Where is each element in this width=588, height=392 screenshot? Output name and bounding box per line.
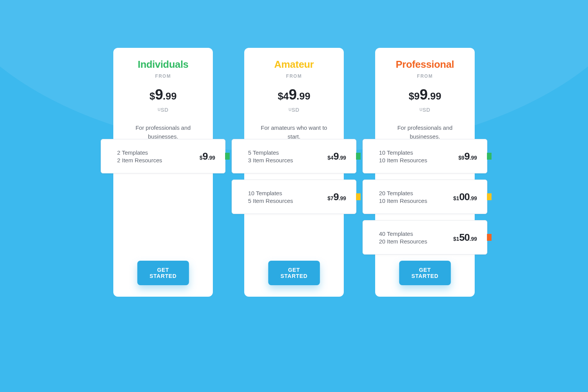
plan-card-professional: Professional FROM $9 9 .99 USD For profe… (375, 48, 475, 297)
currency-label: USD (158, 107, 168, 113)
tier-marker-icon (356, 153, 361, 160)
from-label: FROM (286, 74, 302, 79)
tier-line1: 20 Templates (379, 190, 427, 196)
plan-description: For amateurs who want to start. (256, 124, 332, 141)
tier-price: $7 9 .99 (327, 191, 346, 203)
pricing-container: Individuals FROM $ 9 .99 USD For profess… (0, 0, 588, 297)
tier-info: 10 Templates 10 Item Resources (379, 149, 427, 163)
plan-description: For professionals and businesses. (125, 124, 201, 141)
tier-price: $4 9 .99 (327, 150, 346, 162)
price-big: 9 (155, 87, 163, 103)
tier-line2: 10 Item Resources (379, 198, 427, 204)
tier-list: 5 Templates 3 Item Resources $4 9 .99 10… (232, 139, 356, 214)
tier-line2: 3 Item Resources (248, 157, 293, 163)
tier-marker-icon (356, 193, 361, 200)
plan-price: $ 9 .99 (150, 87, 177, 103)
price-dollar: $9 (408, 90, 420, 102)
tier-line1: 10 Templates (248, 190, 293, 196)
tier-line1: 2 Templates (117, 149, 162, 156)
plan-card-individuals: Individuals FROM $ 9 .99 USD For profess… (113, 48, 213, 297)
tier-option[interactable]: 40 Templates 20 Item Resources $1 50 .99 (363, 220, 487, 255)
tier-option[interactable]: 10 Templates 5 Item Resources $7 9 .99 (232, 180, 356, 214)
plan-price: $4 9 .99 (278, 87, 310, 103)
tier-marker-icon (225, 153, 230, 160)
tier-marker-icon (487, 193, 492, 200)
tier-line1: 40 Templates (379, 230, 427, 237)
plan-title: Amateur (274, 59, 314, 70)
price-dollar: $4 (278, 90, 289, 102)
tier-option[interactable]: 2 Templates 2 Item Resources $ 9 .99 (101, 139, 225, 173)
tier-line2: 20 Item Resources (379, 238, 427, 245)
tier-line2: 10 Item Resources (379, 157, 427, 163)
tier-price: $9 9 .99 (458, 150, 477, 162)
tier-option[interactable]: 20 Templates 10 Item Resources $1 00 .99 (363, 180, 487, 214)
price-big: 9 (420, 87, 427, 103)
plan-card-amateur: Amateur FROM $4 9 .99 USD For amateurs w… (244, 48, 344, 297)
tier-line1: 10 Templates (379, 149, 427, 156)
tier-info: 10 Templates 5 Item Resources (248, 190, 293, 204)
price-cents: .99 (427, 90, 441, 102)
plan-title: Professional (396, 59, 454, 70)
tier-option[interactable]: 10 Templates 10 Item Resources $9 9 .99 (363, 139, 487, 173)
tier-line2: 2 Item Resources (117, 157, 162, 163)
get-started-button[interactable]: GET STARTED (137, 261, 189, 285)
plan-description: For professionals and businesses. (387, 124, 463, 141)
tier-info: 20 Templates 10 Item Resources (379, 190, 427, 204)
tier-marker-icon (487, 234, 492, 241)
plan-price: $9 9 .99 (408, 87, 441, 103)
currency-label: USD (420, 107, 430, 113)
tier-list: 2 Templates 2 Item Resources $ 9 .99 (101, 139, 225, 173)
plan-title: Individuals (138, 59, 189, 70)
from-label: FROM (155, 74, 171, 79)
price-cents: .99 (296, 90, 310, 102)
tier-info: 5 Templates 3 Item Resources (248, 149, 293, 163)
tier-line2: 5 Item Resources (248, 198, 293, 204)
from-label: FROM (417, 74, 433, 79)
tier-price: $ 9 .99 (199, 150, 215, 162)
price-cents: .99 (163, 90, 176, 102)
currency-label: USD (289, 107, 299, 113)
tier-price: $1 00 .99 (453, 191, 477, 203)
tier-price: $1 50 .99 (453, 232, 477, 243)
tier-list: 10 Templates 10 Item Resources $9 9 .99 … (363, 139, 487, 255)
get-started-button[interactable]: GET STARTED (268, 261, 320, 285)
tier-marker-icon (487, 153, 492, 160)
tier-line1: 5 Templates (248, 149, 293, 156)
tier-info: 40 Templates 20 Item Resources (379, 230, 427, 245)
get-started-button[interactable]: GET STARTED (399, 261, 451, 285)
tier-info: 2 Templates 2 Item Resources (117, 149, 162, 163)
price-big: 9 (289, 87, 296, 103)
price-dollar: $ (150, 90, 155, 102)
tier-option[interactable]: 5 Templates 3 Item Resources $4 9 .99 (232, 139, 356, 173)
